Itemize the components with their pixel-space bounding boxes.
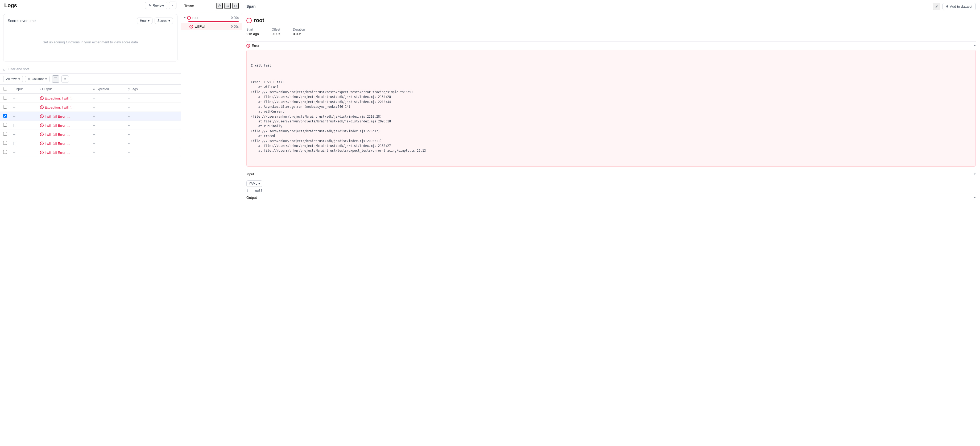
tag-icon: ⬡ [128, 88, 130, 91]
error-circle-icon: ! [40, 96, 44, 100]
trace-item-root[interactable]: ▾ ! root 0.00s [181, 14, 242, 21]
error-badge: ! Exception: I will f... [40, 96, 73, 100]
error-badge: ! I will fail Error: ... [40, 115, 70, 118]
input-cell: – [10, 103, 37, 112]
input-section-chevron: ▾ [974, 172, 976, 176]
output-cell: ! I will fail Error: ... [37, 121, 90, 130]
input-value: null [255, 189, 262, 193]
row-checkbox-cell [0, 112, 10, 121]
output-cell: ! I will fail Error: ... [37, 148, 90, 157]
expected-cell: – [90, 103, 124, 112]
scores-dropdown[interactable]: Scores ▾ [154, 18, 173, 24]
span-start: Start 21h ago [247, 28, 259, 36]
table-container: ↓ Input ↑ Output = Expected ⬡ Tags [0, 84, 181, 446]
error-section-left: ! Error [247, 44, 259, 48]
expected-cell: – [90, 130, 124, 139]
row-checkbox-cell [0, 148, 10, 157]
actions-col-header [156, 84, 181, 94]
table-row[interactable]: – ! I will fail Error: ... – – [0, 148, 181, 157]
span-duration: Duration 0.00s [293, 28, 305, 36]
error-badge: ! I will fail Error: ... [40, 132, 70, 137]
span-offset: Offset 0.00s [272, 28, 280, 36]
trace-root-bar [188, 21, 239, 22]
trace-willfail-time: 0.00s [231, 25, 239, 29]
expected-cell: – [90, 148, 124, 157]
filter-label: Filter and sort [8, 67, 29, 71]
error-section-header[interactable]: ! Error ▾ [247, 41, 976, 50]
output-section-header[interactable]: Output ▾ [247, 193, 976, 201]
equals-icon: = [93, 88, 95, 91]
filter-bar[interactable]: ⌕ Filter and sort [0, 65, 181, 74]
tags-cell: – [124, 139, 156, 148]
add-to-dataset-button[interactable]: ⊕ Add to dataset [942, 3, 976, 10]
logs-table: ↓ Input ↑ Output = Expected ⬡ Tags [0, 84, 181, 157]
trace-grid-button[interactable]: ⊡ [232, 3, 239, 9]
yaml-dropdown[interactable]: YAML ▾ [247, 180, 262, 187]
table-row[interactable]: – ! Exception: I will f... – – [0, 103, 181, 112]
input-col-header: ↓ Input [10, 84, 37, 94]
error-circle-icon: ! [40, 142, 44, 145]
row-checkbox-cell [0, 103, 10, 112]
row-checkbox[interactable] [3, 96, 7, 100]
row-checkbox[interactable] [3, 105, 7, 108]
trace-item-willfail[interactable]: ! willFail 0.00s [181, 23, 242, 30]
row-checkbox[interactable] [3, 132, 7, 136]
review-button[interactable]: ✎ Review [145, 2, 167, 9]
row-actions-cell [156, 94, 181, 103]
span-title: Span [247, 4, 255, 8]
output-cell: ! Exception: I will f... [37, 103, 90, 112]
span-root-title: ! root [247, 17, 976, 24]
scores-title: Scores over time [8, 19, 36, 23]
trace-root-time: 0.00s [231, 16, 239, 20]
row-checkbox[interactable] [3, 114, 7, 118]
row-checkbox[interactable] [3, 150, 7, 154]
input-section-label: Input [247, 172, 254, 176]
table-row[interactable]: [] ! I will fail Error: ... – – [0, 121, 181, 130]
trace-clock-button[interactable]: ⏱ [216, 3, 223, 9]
output-section-chevron: ▾ [974, 196, 976, 199]
error-badge: ! I will fail Error: ... [40, 151, 70, 155]
table-view-button[interactable]: ☰ [52, 75, 59, 83]
input-section: Input ▾ YAML ▾ 1 null [247, 170, 976, 193]
error-badge: ! I will fail Error: ... [40, 123, 70, 127]
row-checkbox-cell [0, 121, 10, 130]
table-row[interactable]: [] ! I will fail Error: ... – – [0, 139, 181, 148]
table-row[interactable]: – ! Exception: I will f... – – [0, 94, 181, 103]
trace-willfail-name: willFail [195, 24, 229, 29]
table-row[interactable]: – ! I will fail Error: ... – – [0, 112, 181, 121]
expand-button[interactable]: ⤢ [933, 3, 940, 10]
columns-button[interactable]: ⊞ Columns ▾ [25, 76, 50, 82]
input-cell: [] [10, 121, 37, 130]
row-checkbox[interactable] [3, 141, 7, 145]
compact-icon: ≡ [64, 77, 66, 81]
span-panel: Span ⤢ ⊕ Add to dataset ! root Start 21h… [242, 0, 980, 446]
tags-cell: – [124, 130, 156, 139]
error-section-label: Error [252, 44, 259, 48]
error-section-chevron: ▾ [974, 44, 976, 47]
expand-icon: ⤢ [935, 4, 938, 8]
row-checkbox-cell [0, 94, 10, 103]
hour-dropdown[interactable]: Hour ▾ [137, 18, 153, 24]
input-section-header[interactable]: Input ▾ [247, 170, 976, 178]
row-checkbox[interactable] [3, 123, 7, 127]
output-cell: ! I will fail Error: ... [37, 139, 90, 148]
all-rows-button[interactable]: All rows ▾ [3, 76, 23, 82]
select-all-checkbox[interactable] [3, 87, 7, 91]
output-cell: ! I will fail Error: ... [37, 130, 90, 139]
row-checkbox-cell [0, 139, 10, 148]
columns-icon: ⊞ [28, 77, 30, 81]
more-icon: ⋮ [170, 3, 175, 8]
trace-title: Trace [184, 4, 194, 8]
trace-arrows-button[interactable]: ⇔ [224, 3, 231, 9]
trace-expand-icon: ▾ [184, 16, 186, 19]
error-badge: ! I will fail Error: ... [40, 142, 70, 146]
row-checkbox-cell [0, 130, 10, 139]
more-button[interactable]: ⋮ [169, 2, 177, 9]
compact-view-button[interactable]: ≡ [62, 75, 69, 83]
trace-header-actions: ⏱ ⇔ ⊡ [216, 3, 239, 9]
input-cell: [] [10, 139, 37, 148]
error-circle-icon: ! [40, 123, 44, 127]
error-circle-icon: ! [40, 151, 44, 155]
span-start-label: Start [247, 28, 259, 32]
table-row[interactable]: – ! I will fail Error: ... – – [0, 130, 181, 139]
